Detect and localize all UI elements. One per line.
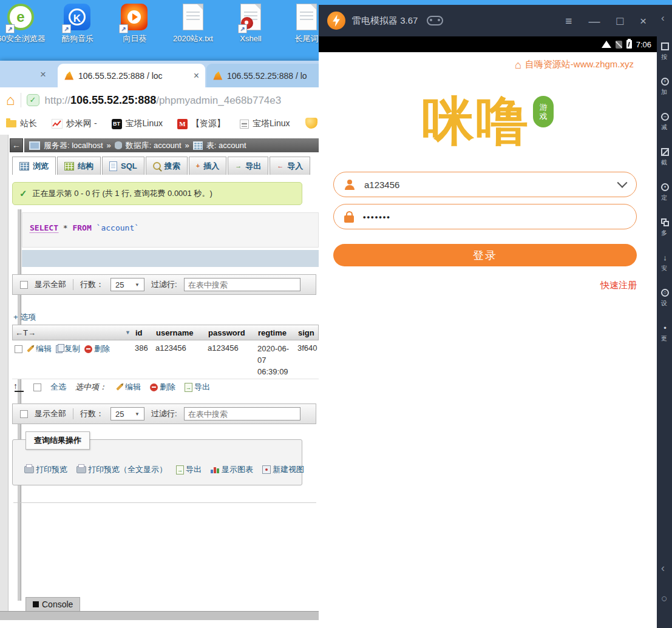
show-all-checkbox[interactable] <box>20 410 28 418</box>
tab-structure[interactable]: 结构 <box>57 157 101 175</box>
nav-home-icon[interactable]: ○ <box>661 592 668 605</box>
export-icon <box>176 465 184 474</box>
delete-link[interactable]: 删除 <box>84 343 110 354</box>
copy-link[interactable]: 复制 <box>56 343 80 354</box>
install-apk-icon: ↓ <box>661 254 669 262</box>
bookmark-chaomi[interactable]: 炒米网 - <box>52 118 97 129</box>
toolbar-location[interactable]: •定 <box>661 183 672 202</box>
tab-browse[interactable]: 浏览 <box>12 157 56 175</box>
server-icon <box>29 141 40 150</box>
url-path: /phpmyadmin_4e68b774e3 <box>156 95 281 106</box>
bookmark-ziyuan[interactable]: M 【资源】 <box>177 118 225 129</box>
console-tab[interactable]: Console <box>25 597 80 611</box>
column-header-sign[interactable]: sign <box>296 328 318 337</box>
sql-query-box: SELECT * FROM `account` <box>22 212 319 248</box>
chevron-down-icon[interactable] <box>617 178 628 188</box>
no-sim-icon <box>616 41 622 49</box>
delete-selected-link[interactable]: 删除 <box>150 382 175 393</box>
desktop-icon-kugou[interactable]: K ↗ 酷狗音乐 <box>50 4 105 44</box>
breadcrumb-table[interactable]: 表: account <box>206 140 246 151</box>
home-icon[interactable]: ⌂ <box>6 93 15 107</box>
export-results-link[interactable]: 导出 <box>176 464 202 475</box>
check-all-label[interactable]: 全选 <box>50 382 66 393</box>
insert-icon: + <box>196 163 200 169</box>
bottom-scrollbar[interactable] <box>0 611 319 620</box>
keymap-icon <box>661 42 669 50</box>
print-preview-full-link[interactable]: 打印预览（全文显示） <box>76 464 167 475</box>
toolbar-multi-instance[interactable]: 多 <box>661 218 672 237</box>
volume-down-icon: − <box>661 113 669 121</box>
browser-tab-active[interactable]: 106.55.52.25:888 / loc × <box>58 64 205 87</box>
console-label: Console <box>42 599 73 609</box>
toolbar-screenshot[interactable]: 截 <box>661 148 672 167</box>
column-header-username[interactable]: username <box>154 328 206 337</box>
display-chart-link[interactable]: 显示图表 <box>211 464 253 475</box>
close-icon[interactable]: × <box>640 15 647 27</box>
desktop-icon-sunflower[interactable]: ↗ 向日葵 <box>107 4 162 44</box>
emulator-title-bar[interactable]: 雷电模拟器 3.67 ≡ — □ × <box>319 5 672 36</box>
filter-rows-input[interactable] <box>184 407 300 420</box>
bookmark-partial-icon[interactable] <box>305 118 317 129</box>
column-header-password[interactable]: password <box>206 328 256 337</box>
rows-select[interactable]: 25▼ <box>110 278 144 291</box>
bookmark-baota-1[interactable]: BT 宝塔Linux <box>112 118 163 129</box>
create-view-link[interactable]: 新建视图 <box>262 464 304 475</box>
collapse-panel-button[interactable]: ← <box>10 138 23 152</box>
minimize-icon[interactable]: — <box>588 15 600 27</box>
toolbar-settings[interactable]: ○设 <box>661 289 672 308</box>
sql-keyword[interactable]: SELECT <box>30 223 58 233</box>
maximize-icon[interactable]: □ <box>616 15 623 27</box>
tab-export[interactable]: →导出 <box>228 157 268 175</box>
with-selected-bar: 全选 选中项： 编辑 删除 导出 <box>13 382 210 393</box>
toolbar-more[interactable]: •更 <box>661 324 672 343</box>
export-selected-link[interactable]: 导出 <box>185 382 210 393</box>
divider <box>73 408 73 419</box>
toolbar-volume-down[interactable]: −减 <box>661 113 672 132</box>
desktop-icon-txt-file[interactable]: 2020站x.txt <box>166 4 220 44</box>
options-link[interactable]: + 选项 <box>13 312 36 323</box>
menu-icon[interactable]: ≡ <box>565 15 572 27</box>
tab-sql[interactable]: SQL <box>102 157 144 175</box>
quick-register-link[interactable]: 快速注册 <box>600 280 637 291</box>
url-prefix: http:// <box>45 95 71 106</box>
filter-rows-input[interactable] <box>184 278 300 291</box>
desktop-icon-360browser[interactable]: e ↗ 60安全浏览器 <box>0 4 49 44</box>
sort-caret-icon[interactable]: ▼ <box>125 329 131 336</box>
table-icon <box>193 141 203 150</box>
browser-tab-background[interactable]: 106.55.52.25:888 / lo <box>206 64 319 87</box>
row-checkbox[interactable] <box>15 345 22 353</box>
password-field[interactable]: ••••••• <box>333 204 637 229</box>
gamepad-icon[interactable] <box>427 16 443 25</box>
username-field[interactable]: a123456 <box>333 172 637 197</box>
rows-select[interactable]: 25▼ <box>110 407 144 420</box>
toolbar-volume-up[interactable]: +加 <box>661 78 672 96</box>
printer-icon <box>24 466 34 473</box>
close-tab-icon[interactable]: × <box>194 70 199 81</box>
security-shield-icon[interactable]: ✓ <box>27 94 39 106</box>
edit-selected-link[interactable]: 编辑 <box>116 382 141 393</box>
edit-link[interactable]: 编辑 <box>27 343 52 354</box>
column-header-id[interactable]: id <box>133 328 154 337</box>
breadcrumb-database[interactable]: 数据库: account <box>126 140 182 151</box>
check-all-checkbox[interactable] <box>33 383 41 391</box>
url-text[interactable]: http://106.55.52.25:888/phpmyadmin_4e68b… <box>45 94 282 107</box>
toolbar-install-apk[interactable]: ↓安 <box>661 254 672 272</box>
tab-insert[interactable]: +插入 <box>189 157 226 175</box>
bookmark-zhanzhang[interactable]: 站长 <box>6 118 37 129</box>
collapse-toolbar-icon[interactable]: ‹ <box>661 12 665 24</box>
toolbar-keymap[interactable]: 按 <box>661 42 672 61</box>
login-button[interactable]: 登录 <box>333 244 637 266</box>
site-home-link[interactable]: ⌂ 自嗨资源站-www.zhgm.xyz <box>319 52 657 70</box>
tab-import[interactable]: ←导入 <box>270 157 310 175</box>
nav-back-icon[interactable]: ‹ <box>661 562 665 575</box>
show-all-checkbox[interactable] <box>20 281 28 289</box>
emulator-toolbar: ‹ 按 +加 −减 截 •定 多 ↓安 ○设 •更 ‹ ○ <box>657 5 672 628</box>
bookmark-baota-2[interactable]: 宝塔Linux <box>240 118 290 129</box>
close-tab-icon[interactable]: × <box>40 69 46 81</box>
breadcrumb-server[interactable]: 服务器: localhost <box>44 140 103 151</box>
site-home-label: 自嗨资源站-www.zhgm.xyz <box>525 59 634 70</box>
column-header-regtime[interactable]: regtime <box>256 328 296 337</box>
print-preview-link[interactable]: 打印预览 <box>24 464 67 475</box>
desktop-icon-xshell[interactable]: ↗ Xshell <box>223 4 278 44</box>
tab-search[interactable]: 搜索 <box>146 157 188 175</box>
